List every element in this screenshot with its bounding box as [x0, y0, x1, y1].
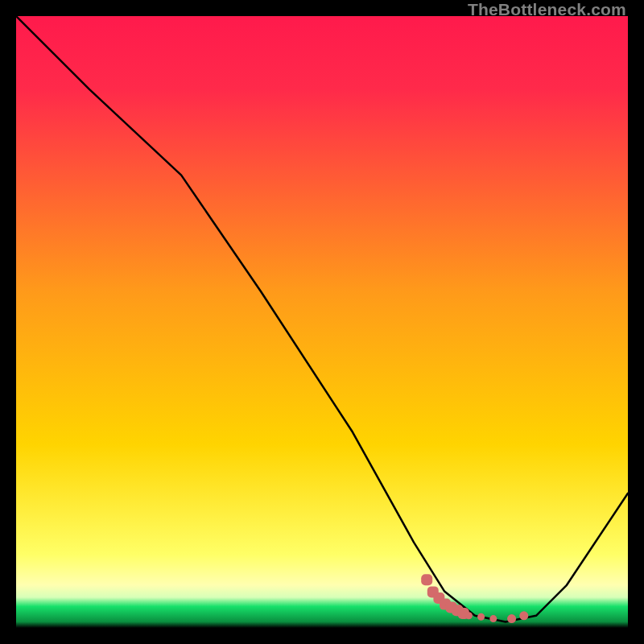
marker-dot	[477, 613, 485, 621]
bottleneck-chart	[16, 16, 628, 628]
marker-dot	[421, 574, 432, 585]
watermark-text: TheBottleneck.com	[468, 0, 626, 19]
marker-dot	[519, 611, 528, 620]
marker-dot	[465, 612, 473, 619]
marker-dot	[489, 615, 497, 622]
marker-dot	[507, 614, 516, 623]
chart-frame	[16, 16, 628, 628]
